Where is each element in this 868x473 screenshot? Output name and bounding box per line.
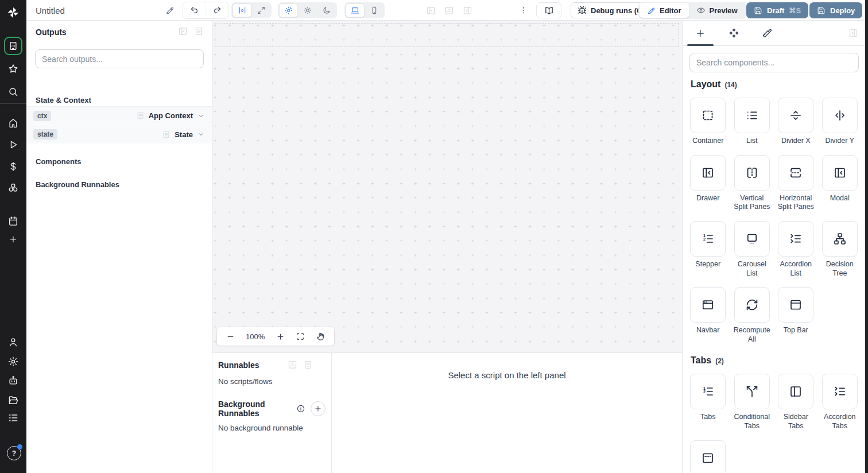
component-card-tabs[interactable]: 12Tabs [689,374,727,422]
component-card-carousel[interactable]: Carousel List [734,221,771,278]
component-card-box[interactable] [778,155,813,191]
component-card-top-bar[interactable]: Top Bar [777,287,815,335]
app-editor: ? Untitled 0 [0,0,868,473]
chevron-down-icon[interactable] [197,130,205,138]
sidebar-item-search[interactable] [0,84,26,99]
preview-tab[interactable]: Preview [689,3,745,18]
component-card-box[interactable] [734,287,770,323]
sidebar-item-workers[interactable] [0,373,26,388]
component-card-conditional-tabs[interactable]: Conditional Tabs [734,374,771,431]
search-components-input[interactable] [689,53,859,72]
component-card-stepper[interactable]: 12Stepper [689,221,727,269]
component-card-vertical-split[interactable]: Vertical Split Panes [734,155,771,212]
collapse-outputs-panel-icon[interactable] [178,26,188,36]
component-card-box[interactable] [734,374,770,409]
more-options-button[interactable] [519,0,528,21]
fit-view-button[interactable] [296,332,305,341]
collapse-components-panel-icon[interactable] [848,28,858,38]
component-card-box[interactable] [734,155,770,191]
component-card-box[interactable] [778,98,813,133]
redo-button[interactable] [206,2,228,18]
sidebar-item-apps[interactable] [4,37,22,55]
desktop-view-toggle[interactable] [346,3,365,17]
component-card-horizontal-split[interactable]: Horizontal Split Panes [777,155,815,212]
pan-tool-button[interactable] [316,332,325,341]
outputs-doc-icon[interactable] [194,26,204,36]
full-width-toggle[interactable] [251,3,270,17]
search-outputs-input[interactable] [35,49,204,68]
centered-width-toggle[interactable]: 0 [232,3,251,17]
zoom-in-button[interactable] [276,332,285,341]
theme-auto-toggle[interactable] [279,3,298,17]
component-card-accordion-list[interactable]: Accordion List [777,221,815,278]
collapse-runnables-panel-icon[interactable] [288,360,297,370]
sidebar-item-create[interactable] [0,232,26,247]
component-card-box[interactable] [690,155,726,191]
component-card-box[interactable] [778,221,813,257]
sidebar-item-resources[interactable] [0,180,26,195]
component-card-box[interactable]: 12 [690,221,726,257]
component-card-box[interactable] [690,287,726,323]
component-card-box[interactable] [822,155,858,191]
component-card-box[interactable] [734,98,770,133]
theme-dark-toggle[interactable] [317,3,336,17]
component-card-box[interactable]: 12 [690,374,726,409]
component-card-accordion-tabs[interactable]: Accordion Tabs [822,374,859,431]
sidebar-item-home[interactable] [0,115,26,130]
sidebar-item-favorites[interactable] [0,61,26,76]
component-card-box[interactable] [690,98,726,133]
component-card-drawer[interactable]: Drawer [689,155,727,203]
undo-button[interactable] [183,2,206,18]
tab-styling[interactable] [750,21,784,45]
component-card-box[interactable] [690,440,726,473]
toggle-left-panel-icon[interactable] [426,6,436,15]
output-row[interactable]: stateState [26,125,212,144]
component-card-box[interactable] [822,221,858,257]
canvas-drop-zone[interactable] [215,23,679,47]
component-card-divider-x[interactable]: Divider X [777,98,815,146]
edit-title-button[interactable] [165,0,175,21]
docs-button[interactable] [536,2,561,18]
tabs-icon: 12 [701,385,715,398]
help-button[interactable]: ? [7,446,21,460]
info-icon[interactable] [296,404,305,413]
sidebar-item-settings[interactable] [0,354,26,369]
component-card-decision-tree[interactable]: Decision Tree [822,221,859,278]
app-canvas[interactable]: ++++++++++++++++++++++++++++++++++ +++++… [212,21,682,352]
mobile-view-toggle[interactable] [365,3,383,17]
zoom-out-button[interactable] [226,332,235,341]
component-card-modal[interactable]: Modal [822,155,859,203]
component-card-box[interactable] [734,221,770,257]
component-card-box[interactable] [778,374,813,409]
output-row[interactable]: ctxApp Context [26,106,212,125]
sidebar-item-user[interactable] [0,335,26,350]
component-card-container[interactable]: Container [689,98,727,146]
chevron-down-icon[interactable] [197,112,205,120]
editor-tab[interactable]: Editor [640,3,689,18]
draft-button[interactable]: Draft ⌘S [746,2,808,18]
toggle-bottom-panel-icon[interactable] [444,6,454,15]
component-card-box[interactable] [822,98,858,133]
tab-component-tree[interactable] [717,21,750,45]
deploy-button[interactable]: Deploy [809,2,862,18]
windmill-logo-icon[interactable] [0,5,26,20]
component-card-invisible-tabs[interactable] [689,440,727,473]
toggle-right-panel-icon[interactable] [463,6,472,15]
component-card-divider-y[interactable]: Divider Y [822,98,859,146]
component-card-recompute[interactable]: Recompute All [734,287,771,344]
component-card-sidebar-tabs[interactable]: Sidebar Tabs [777,374,815,431]
tab-insert-component[interactable] [684,21,717,45]
sidebar-item-variables[interactable] [0,159,26,174]
component-card-box[interactable] [822,374,858,409]
sidebar-item-runs[interactable] [0,137,26,152]
runnables-doc-icon[interactable] [303,360,313,370]
component-card-box[interactable] [778,287,813,323]
component-card-list[interactable]: List [734,98,771,146]
theme-light-toggle[interactable] [298,3,317,17]
component-card-label: Vertical Split Panes [734,194,771,212]
add-background-runnable-button[interactable] [311,401,326,416]
sidebar-item-logs[interactable] [0,410,26,425]
sidebar-item-folders[interactable] [0,393,26,408]
sidebar-item-schedules[interactable] [0,214,26,228]
component-card-navbar[interactable]: Navbar [689,287,727,335]
